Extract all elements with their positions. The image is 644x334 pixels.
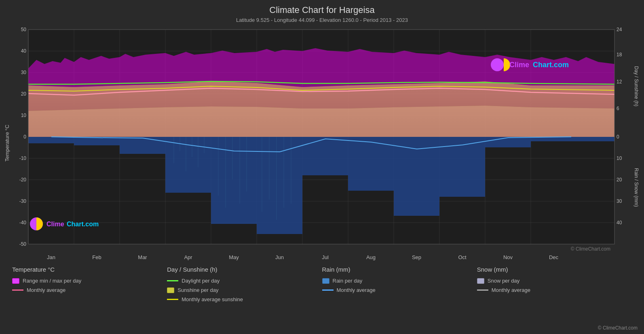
svg-text:-30: -30 [19, 198, 27, 204]
rain-swatch [322, 278, 329, 284]
svg-rect-58 [348, 137, 394, 191]
svg-text:Day / Sunshine (h): Day / Sunshine (h) [633, 66, 639, 106]
month-dec: Dec [531, 254, 576, 260]
svg-point-86 [491, 58, 504, 71]
svg-text:30: 30 [21, 70, 27, 75]
left-axis-label: Temperature °C [4, 124, 11, 161]
sunshine-avg-swatch [167, 299, 178, 300]
snow-avg-swatch [477, 289, 488, 291]
legend-sunshine-title: Day / Sunshine (h) [167, 266, 322, 273]
svg-text:© ClimeChart.com: © ClimeChart.com [571, 246, 610, 252]
svg-text:0: 0 [617, 134, 619, 140]
svg-rect-57 [302, 137, 348, 175]
svg-text:6: 6 [617, 106, 619, 111]
svg-text:10: 10 [617, 155, 622, 161]
svg-text:-20: -20 [19, 177, 27, 183]
svg-text:20: 20 [21, 91, 27, 97]
legend-rain-title: Rain (mm) [322, 266, 477, 273]
svg-text:50: 50 [21, 27, 27, 32]
chart-svg: 50 40 30 20 10 0 -10 -20 -30 -40 -50 24 … [0, 26, 644, 254]
svg-text:30: 30 [617, 198, 622, 204]
legend-temperature: Temperature °C Range min / max per day M… [12, 266, 167, 302]
month-nov: Nov [485, 254, 531, 260]
month-oct: Oct [439, 254, 485, 260]
svg-text:Clime: Clime [46, 221, 64, 228]
legend-snow-avg: Monthly average [477, 287, 632, 293]
svg-rect-55 [211, 137, 257, 224]
daylight-swatch [167, 280, 178, 281]
month-apr: Apr [165, 254, 211, 260]
svg-text:0: 0 [23, 134, 26, 140]
legend-snow-per-day: Snow per day [477, 278, 632, 284]
legend-sunshine-per-day: Sunshine per day [167, 287, 322, 293]
legend-daylight: Daylight per day [167, 278, 322, 284]
svg-text:10: 10 [21, 113, 27, 118]
svg-text:20: 20 [617, 177, 622, 183]
main-container: Climate Chart for Hargeisa Latitude 9.52… [0, 0, 644, 334]
svg-text:18: 18 [617, 52, 622, 57]
svg-text:-10: -10 [19, 155, 27, 161]
month-feb: Feb [74, 254, 120, 260]
svg-text:Clime: Clime [509, 61, 529, 69]
svg-text:-50: -50 [19, 241, 27, 247]
svg-rect-61 [485, 137, 531, 147]
month-may: May [211, 254, 257, 260]
svg-marker-49 [28, 106, 614, 137]
legend-snow-title: Snow (mm) [477, 266, 632, 273]
svg-text:Chart.com: Chart.com [533, 61, 569, 69]
watermark: © ClimeChart.com [598, 325, 638, 331]
svg-rect-60 [439, 137, 485, 197]
month-jan: Jan [28, 254, 74, 260]
temp-avg-swatch [12, 289, 23, 291]
rain-avg-swatch [322, 289, 334, 291]
svg-text:12: 12 [617, 79, 622, 85]
month-jun: Jun [257, 254, 302, 260]
month-jul: Jul [302, 254, 348, 260]
legend-rain: Rain (mm) Rain per day Monthly average [322, 266, 477, 302]
svg-text:24: 24 [617, 27, 622, 32]
legend-temp-range: Range min / max per day [12, 278, 167, 284]
chart-subtitle: Latitude 9.525 - Longitude 44.099 - Elev… [0, 17, 644, 23]
svg-text:-40: -40 [19, 220, 27, 226]
month-sep: Sep [394, 254, 439, 260]
legend-rain-per-day: Rain per day [322, 278, 477, 284]
legend-sunshine-avg: Monthly average sunshine [167, 296, 322, 302]
svg-rect-51 [28, 137, 74, 143]
snow-swatch [477, 278, 484, 284]
svg-text:40: 40 [21, 48, 27, 54]
month-aug: Aug [348, 254, 394, 260]
temp-range-swatch [12, 278, 19, 284]
sunshine-swatch [167, 287, 174, 293]
month-mar: Mar [120, 254, 165, 260]
svg-text:40: 40 [617, 220, 622, 226]
legend-sunshine: Day / Sunshine (h) Daylight per day Suns… [167, 266, 322, 302]
chart-title: Climate Chart for Hargeisa [0, 0, 644, 15]
svg-text:Rain / Snow (mm): Rain / Snow (mm) [633, 168, 639, 207]
legend-temp-title: Temperature °C [12, 266, 167, 273]
svg-text:Chart.com: Chart.com [67, 221, 99, 228]
svg-rect-53 [120, 137, 165, 154]
legend-temp-avg: Monthly average [12, 287, 167, 293]
legend-rain-avg: Monthly average [322, 287, 477, 293]
legend-snow: Snow (mm) Snow per day Monthly average [477, 266, 632, 302]
